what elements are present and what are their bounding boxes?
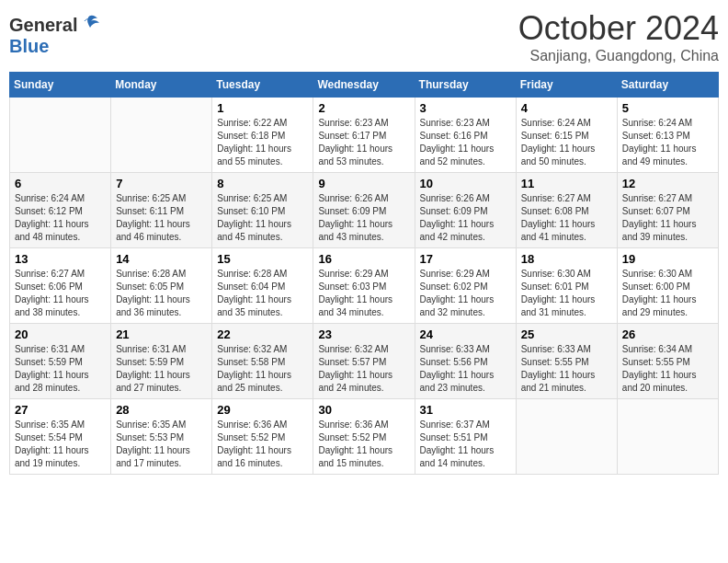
location: Sanjiang, Guangdong, China	[518, 48, 719, 64]
week-row-4: 20 Sunrise: 6:31 AMSunset: 5:59 PMDaylig…	[10, 324, 719, 399]
month-title: October 2024	[518, 9, 719, 48]
week-row-3: 13 Sunrise: 6:27 AMSunset: 6:06 PMDaylig…	[10, 248, 719, 324]
calendar-cell: 17 Sunrise: 6:29 AMSunset: 6:02 PMDaylig…	[415, 248, 516, 324]
calendar-cell: 14 Sunrise: 6:28 AMSunset: 6:05 PMDaylig…	[111, 248, 212, 324]
day-info: Sunrise: 6:25 AMSunset: 6:10 PMDaylight:…	[217, 192, 308, 244]
page-header: General Blue October 2024 Sanjiang, Guan…	[9, 9, 719, 64]
day-info: Sunrise: 6:34 AMSunset: 5:55 PMDaylight:…	[622, 343, 713, 395]
calendar-cell: 15 Sunrise: 6:28 AMSunset: 6:04 PMDaylig…	[212, 248, 313, 324]
calendar-cell: 28 Sunrise: 6:35 AMSunset: 5:53 PMDaylig…	[111, 399, 212, 475]
day-info: Sunrise: 6:32 AMSunset: 5:58 PMDaylight:…	[217, 343, 308, 395]
calendar-cell: 23 Sunrise: 6:32 AMSunset: 5:57 PMDaylig…	[313, 324, 415, 399]
calendar-cell: 5 Sunrise: 6:24 AMSunset: 6:13 PMDayligh…	[617, 98, 718, 173]
calendar-cell: 30 Sunrise: 6:36 AMSunset: 5:52 PMDaylig…	[313, 399, 415, 475]
weekday-header-thursday: Thursday	[415, 73, 516, 98]
day-number: 25	[521, 327, 612, 341]
calendar-cell: 26 Sunrise: 6:34 AMSunset: 5:55 PMDaylig…	[617, 324, 718, 399]
calendar-cell: 25 Sunrise: 6:33 AMSunset: 5:55 PMDaylig…	[516, 324, 617, 399]
day-info: Sunrise: 6:35 AMSunset: 5:53 PMDaylight:…	[116, 419, 207, 470]
calendar-cell: 29 Sunrise: 6:36 AMSunset: 5:52 PMDaylig…	[212, 399, 313, 475]
day-info: Sunrise: 6:26 AMSunset: 6:09 PMDaylight:…	[420, 192, 511, 244]
calendar-table: SundayMondayTuesdayWednesdayThursdayFrid…	[9, 72, 719, 475]
day-info: Sunrise: 6:24 AMSunset: 6:12 PMDaylight:…	[15, 192, 106, 244]
day-info: Sunrise: 6:28 AMSunset: 6:05 PMDaylight:…	[116, 268, 207, 319]
day-info: Sunrise: 6:36 AMSunset: 5:52 PMDaylight:…	[217, 419, 308, 470]
calendar-cell: 3 Sunrise: 6:23 AMSunset: 6:16 PMDayligh…	[415, 98, 516, 173]
day-info: Sunrise: 6:23 AMSunset: 6:17 PMDaylight:…	[318, 117, 409, 168]
day-info: Sunrise: 6:29 AMSunset: 6:02 PMDaylight:…	[420, 268, 511, 319]
day-number: 9	[318, 177, 409, 190]
day-number: 24	[420, 327, 511, 341]
logo: General Blue	[9, 9, 99, 57]
day-number: 6	[15, 177, 106, 190]
day-number: 18	[521, 252, 612, 266]
day-info: Sunrise: 6:27 AMSunset: 6:06 PMDaylight:…	[15, 268, 106, 319]
day-number: 23	[318, 327, 409, 341]
calendar-cell	[617, 399, 718, 475]
day-number: 8	[217, 177, 308, 190]
calendar-cell: 7 Sunrise: 6:25 AMSunset: 6:11 PMDayligh…	[111, 173, 212, 248]
day-number: 27	[15, 403, 106, 417]
day-info: Sunrise: 6:29 AMSunset: 6:03 PMDaylight:…	[318, 268, 409, 319]
day-info: Sunrise: 6:31 AMSunset: 5:59 PMDaylight:…	[116, 343, 207, 395]
day-info: Sunrise: 6:27 AMSunset: 6:08 PMDaylight:…	[521, 192, 612, 244]
calendar-cell: 9 Sunrise: 6:26 AMSunset: 6:09 PMDayligh…	[313, 173, 415, 248]
calendar-cell: 1 Sunrise: 6:22 AMSunset: 6:18 PMDayligh…	[212, 98, 313, 173]
logo-blue: Blue	[9, 36, 49, 56]
day-number: 30	[318, 403, 409, 417]
day-info: Sunrise: 6:35 AMSunset: 5:54 PMDaylight:…	[15, 419, 106, 470]
day-number: 13	[15, 252, 106, 266]
calendar-cell: 11 Sunrise: 6:27 AMSunset: 6:08 PMDaylig…	[516, 173, 617, 248]
day-info: Sunrise: 6:31 AMSunset: 5:59 PMDaylight:…	[15, 343, 106, 395]
weekday-header-sunday: Sunday	[10, 73, 111, 98]
logo-general: General	[9, 15, 77, 36]
week-row-1: 1 Sunrise: 6:22 AMSunset: 6:18 PMDayligh…	[10, 98, 719, 173]
day-info: Sunrise: 6:37 AMSunset: 5:51 PMDaylight:…	[420, 419, 511, 470]
weekday-header-row: SundayMondayTuesdayWednesdayThursdayFrid…	[10, 73, 719, 98]
day-info: Sunrise: 6:24 AMSunset: 6:15 PMDaylight:…	[521, 117, 612, 168]
calendar-cell: 21 Sunrise: 6:31 AMSunset: 5:59 PMDaylig…	[111, 324, 212, 399]
day-info: Sunrise: 6:32 AMSunset: 5:57 PMDaylight:…	[318, 343, 409, 395]
day-info: Sunrise: 6:26 AMSunset: 6:09 PMDaylight:…	[318, 192, 409, 244]
day-info: Sunrise: 6:33 AMSunset: 5:56 PMDaylight:…	[420, 343, 511, 395]
calendar-cell: 27 Sunrise: 6:35 AMSunset: 5:54 PMDaylig…	[10, 399, 111, 475]
weekday-header-friday: Friday	[516, 73, 617, 98]
day-number: 21	[116, 327, 207, 341]
day-info: Sunrise: 6:30 AMSunset: 6:01 PMDaylight:…	[521, 268, 612, 319]
calendar-cell: 2 Sunrise: 6:23 AMSunset: 6:17 PMDayligh…	[313, 98, 415, 173]
calendar-cell	[10, 98, 111, 173]
calendar-cell: 10 Sunrise: 6:26 AMSunset: 6:09 PMDaylig…	[415, 173, 516, 248]
day-number: 26	[622, 327, 713, 341]
day-number: 4	[521, 101, 612, 115]
day-number: 14	[116, 252, 207, 266]
day-number: 22	[217, 327, 308, 341]
day-number: 16	[318, 252, 409, 266]
day-number: 5	[622, 101, 713, 115]
day-number: 15	[217, 252, 308, 266]
calendar-cell: 16 Sunrise: 6:29 AMSunset: 6:03 PMDaylig…	[313, 248, 415, 324]
weekday-header-wednesday: Wednesday	[313, 73, 415, 98]
calendar-cell: 18 Sunrise: 6:30 AMSunset: 6:01 PMDaylig…	[516, 248, 617, 324]
calendar-cell: 24 Sunrise: 6:33 AMSunset: 5:56 PMDaylig…	[415, 324, 516, 399]
day-number: 20	[15, 327, 106, 341]
day-info: Sunrise: 6:36 AMSunset: 5:52 PMDaylight:…	[318, 419, 409, 470]
calendar-cell: 19 Sunrise: 6:30 AMSunset: 6:00 PMDaylig…	[617, 248, 718, 324]
weekday-header-tuesday: Tuesday	[212, 73, 313, 98]
week-row-5: 27 Sunrise: 6:35 AMSunset: 5:54 PMDaylig…	[10, 399, 719, 475]
week-row-2: 6 Sunrise: 6:24 AMSunset: 6:12 PMDayligh…	[10, 173, 719, 248]
weekday-header-monday: Monday	[111, 73, 212, 98]
calendar-cell: 8 Sunrise: 6:25 AMSunset: 6:10 PMDayligh…	[212, 173, 313, 248]
calendar-cell: 13 Sunrise: 6:27 AMSunset: 6:06 PMDaylig…	[10, 248, 111, 324]
day-number: 1	[217, 101, 308, 115]
calendar-cell	[111, 98, 212, 173]
day-number: 10	[420, 177, 511, 190]
day-info: Sunrise: 6:25 AMSunset: 6:11 PMDaylight:…	[116, 192, 207, 244]
calendar-cell: 20 Sunrise: 6:31 AMSunset: 5:59 PMDaylig…	[10, 324, 111, 399]
calendar-cell: 22 Sunrise: 6:32 AMSunset: 5:58 PMDaylig…	[212, 324, 313, 399]
day-info: Sunrise: 6:23 AMSunset: 6:16 PMDaylight:…	[420, 117, 511, 168]
day-number: 12	[622, 177, 713, 190]
calendar-cell: 4 Sunrise: 6:24 AMSunset: 6:15 PMDayligh…	[516, 98, 617, 173]
day-info: Sunrise: 6:30 AMSunset: 6:00 PMDaylight:…	[622, 268, 713, 319]
calendar-cell: 6 Sunrise: 6:24 AMSunset: 6:12 PMDayligh…	[10, 173, 111, 248]
day-number: 19	[622, 252, 713, 266]
